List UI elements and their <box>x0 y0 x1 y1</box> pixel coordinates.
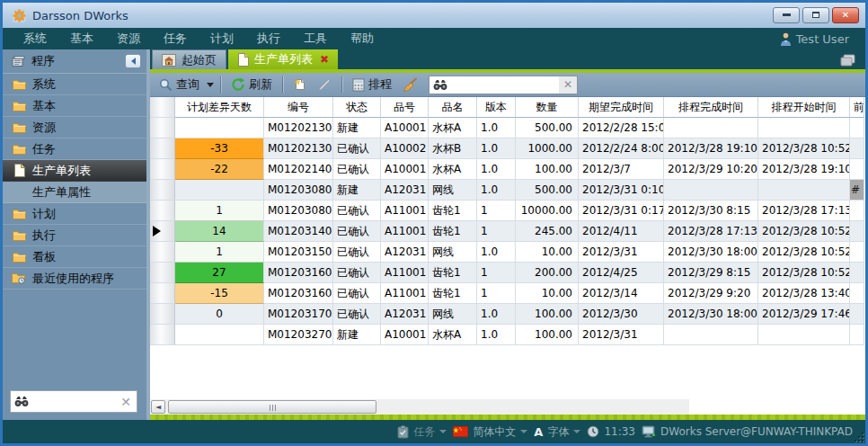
cell-qty[interactable]: 10.00 <box>516 242 579 263</box>
column-header-due[interactable]: 期望完成时间 <box>579 97 664 118</box>
cell-item_name[interactable]: 齿轮1 <box>429 201 477 221</box>
cell-due[interactable]: 2012/3/31 0:10 <box>579 180 664 201</box>
row-selector-cell[interactable] <box>150 138 175 159</box>
cell-diff[interactable] <box>175 118 264 138</box>
cell-finish[interactable]: 2012/3/30 18:00 <box>664 304 758 325</box>
cell-item_name[interactable]: 齿轮1 <box>429 263 477 283</box>
cell-version[interactable]: 1.0 <box>477 242 516 263</box>
cell-start[interactable]: 2012/3/28 19:10 <box>758 159 850 180</box>
sidebar-item[interactable]: 系统 <box>3 74 146 95</box>
close-button[interactable]: ✕ <box>832 7 859 23</box>
cell-version[interactable]: 1.0 <box>477 180 516 201</box>
cell-code[interactable]: M012032701 <box>264 325 333 345</box>
cell-diff[interactable]: -15 <box>175 283 264 304</box>
menu-item[interactable]: 任务 <box>152 28 199 49</box>
cell-item_no[interactable]: A11001 <box>381 201 429 221</box>
sidebar-item[interactable]: 计划 <box>3 203 146 225</box>
scroll-left-arrow-icon[interactable]: ◄ <box>151 400 165 414</box>
table-row[interactable]: 27M012031601已确认A11001齿轮11200.002012/4/25… <box>150 263 865 283</box>
cell-diff[interactable] <box>175 325 264 345</box>
cell-qty[interactable]: 100.00 <box>516 304 579 325</box>
column-header-code[interactable]: 编号 <box>264 97 333 118</box>
cell-finish[interactable]: 2012/3/28 19:10 <box>664 138 758 159</box>
cell-code[interactable]: M012021302 <box>264 138 333 159</box>
cell-extra[interactable] <box>850 304 864 325</box>
cell-extra[interactable] <box>850 118 864 138</box>
cell-extra[interactable] <box>850 263 864 283</box>
cell-status[interactable]: 新建 <box>333 180 381 201</box>
row-selector-cell[interactable] <box>150 283 175 304</box>
row-selector-cell[interactable] <box>150 159 175 180</box>
cell-diff[interactable]: 14 <box>175 221 264 242</box>
cell-item_no[interactable]: A11001 <box>381 221 429 242</box>
table-row[interactable]: -15M012031602已确认A11001齿轮1110.002012/3/14… <box>150 283 865 304</box>
cell-status[interactable]: 新建 <box>333 325 381 345</box>
cell-code[interactable]: M012031701 <box>264 304 333 325</box>
edit-pencil-button[interactable] <box>314 76 335 94</box>
cell-finish[interactable]: 2012/3/30 18:00 <box>664 242 758 263</box>
cell-code[interactable]: M012031402 <box>264 221 333 242</box>
cell-extra[interactable] <box>850 242 864 263</box>
cell-status[interactable]: 已确认 <box>333 159 381 180</box>
cell-item_no[interactable]: A11001 <box>381 283 429 304</box>
resize-grip[interactable] <box>853 431 864 442</box>
sidebar-item[interactable]: 看板 <box>3 246 146 268</box>
cell-due[interactable]: 2012/2/24 8:00 <box>579 138 664 159</box>
cell-finish[interactable] <box>664 325 758 345</box>
sidebar-collapse-button[interactable] <box>125 54 141 68</box>
refresh-button[interactable]: 刷新 <box>227 75 276 94</box>
language-selector[interactable]: 简体中文 <box>453 424 527 440</box>
scrollbar-thumb[interactable] <box>168 400 376 414</box>
cell-start[interactable]: 2012/3/28 10:52 <box>758 242 850 263</box>
cell-item_no[interactable]: A10001 <box>381 159 429 180</box>
tab-close-icon[interactable]: ✖ <box>320 53 329 66</box>
cell-due[interactable]: 2012/4/11 <box>579 221 664 242</box>
query-dropdown-icon[interactable] <box>207 83 214 91</box>
column-header-diff[interactable]: 计划差异天数 <box>175 97 264 118</box>
menu-item[interactable]: 基本 <box>58 28 105 49</box>
cell-due[interactable]: 2012/3/30 <box>579 304 664 325</box>
cell-status[interactable]: 新建 <box>333 118 381 138</box>
column-header-version[interactable]: 版本 <box>477 97 516 118</box>
cell-diff[interactable]: -22 <box>175 159 264 180</box>
row-selector-cell[interactable] <box>150 325 175 345</box>
cell-status[interactable]: 已确认 <box>333 138 381 159</box>
row-selector-cell[interactable] <box>150 180 175 201</box>
sidebar-search-input[interactable] <box>29 395 119 408</box>
schedule-button[interactable]: 排程 <box>349 75 395 94</box>
cell-diff[interactable]: 1 <box>175 201 264 221</box>
cell-item_name[interactable]: 水杯A <box>429 159 477 180</box>
window-list-icon[interactable] <box>840 54 858 67</box>
cell-diff[interactable]: -33 <box>175 138 264 159</box>
cell-status[interactable]: 已确认 <box>333 263 381 283</box>
row-selector-cell[interactable] <box>150 118 175 138</box>
cell-extra[interactable] <box>850 201 864 221</box>
column-header-qty[interactable]: 数量 <box>516 97 579 118</box>
cell-finish[interactable]: 2012/3/30 8:15 <box>664 201 758 221</box>
cell-code[interactable]: M012031501 <box>264 242 333 263</box>
cell-status[interactable]: 已确认 <box>333 304 381 325</box>
cell-diff[interactable]: 27 <box>175 263 264 283</box>
cell-item_name[interactable]: 齿轮1 <box>429 283 477 304</box>
cell-status[interactable]: 已确认 <box>333 242 381 263</box>
cell-finish[interactable] <box>664 180 758 201</box>
cell-item_no[interactable]: A10002 <box>381 138 429 159</box>
sidebar-item[interactable]: 生产单属性 <box>3 182 146 203</box>
table-row[interactable]: 1M012031501已确认A12031网线1.010.002012/3/312… <box>150 242 865 263</box>
cell-version[interactable]: 1.0 <box>477 304 516 325</box>
table-row[interactable]: M012032701新建A10001水杯A1.0100.002012/3/31 <box>150 325 865 345</box>
cell-qty[interactable]: 200.00 <box>516 263 579 283</box>
cell-code[interactable]: M012030802 <box>264 201 333 221</box>
table-row[interactable]: -33M012021302已确认A10002水杯B1.01000.002012/… <box>150 138 865 159</box>
cell-status[interactable]: 已确认 <box>333 283 381 304</box>
cell-finish[interactable]: 2012/3/29 9:20 <box>664 283 758 304</box>
cell-item_no[interactable]: A10001 <box>381 118 429 138</box>
tab-start-page[interactable]: 起始页 <box>152 49 226 69</box>
user-indicator[interactable]: Test User <box>780 32 856 46</box>
cell-extra[interactable]: # <box>850 180 864 201</box>
cell-item_name[interactable]: 水杯A <box>429 118 477 138</box>
cell-start[interactable] <box>758 118 850 138</box>
font-selector[interactable]: A 字体 <box>534 424 580 440</box>
broom-button[interactable] <box>399 76 421 94</box>
cell-start[interactable]: 2012/3/28 10:52 <box>758 138 850 159</box>
